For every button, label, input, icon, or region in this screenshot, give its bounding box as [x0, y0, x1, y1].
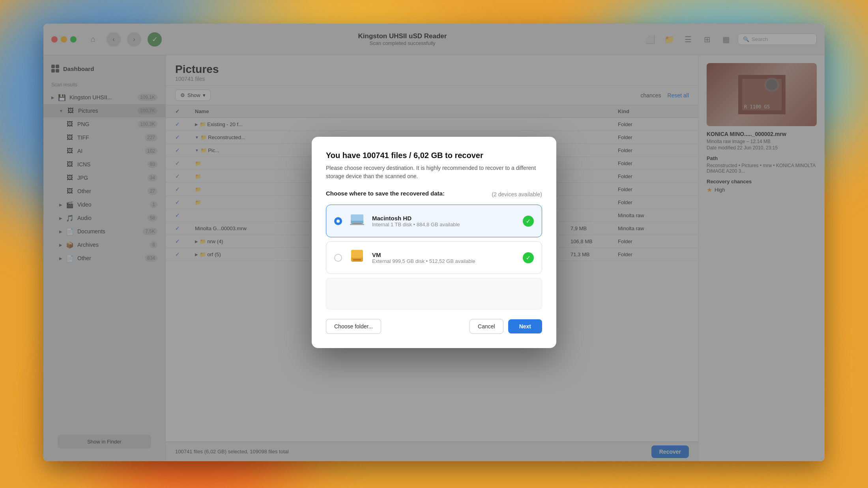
- svg-rect-11: [353, 259, 361, 261]
- modal-footer: Choose folder... Cancel Next: [326, 319, 542, 334]
- svg-rect-6: [351, 214, 363, 221]
- macintosh-hd-name: Macintosh HD: [372, 215, 516, 222]
- choose-label: Choose where to save the recovered data:: [326, 190, 445, 197]
- radio-vm: [334, 254, 342, 262]
- svg-rect-10: [351, 250, 363, 258]
- vm-info: VM External 999,5 GB disk • 512,52 GB av…: [372, 251, 516, 264]
- vm-icon: [348, 248, 366, 267]
- empty-area: [326, 278, 542, 309]
- next-button[interactable]: Next: [508, 319, 542, 333]
- vm-details: External 999,5 GB disk • 512,52 GB avail…: [372, 258, 516, 264]
- modal-overlay: You have 100741 files / 6,02 GB to recov…: [43, 24, 825, 461]
- devices-count: (2 devices available): [492, 191, 542, 197]
- vm-name: VM: [372, 251, 516, 258]
- macintosh-hd-icon: [348, 211, 366, 231]
- modal-title: You have 100741 files / 6,02 GB to recov…: [326, 151, 542, 160]
- modal-choose-row: Choose where to save the recovered data:…: [326, 190, 542, 198]
- device-macintosh-hd[interactable]: Macintosh HD Internal 1 TB disk • 884,8 …: [326, 205, 542, 237]
- cancel-button[interactable]: Cancel: [470, 319, 503, 334]
- vm-check-icon: ✓: [523, 252, 534, 263]
- svg-rect-8: [350, 224, 364, 225]
- macintosh-hd-info: Macintosh HD Internal 1 TB disk • 884,8 …: [372, 215, 516, 227]
- macintosh-check-icon: ✓: [523, 216, 534, 227]
- device-vm[interactable]: VM External 999,5 GB disk • 512,52 GB av…: [326, 241, 542, 274]
- modal-description: Please choose recovery destination. It i…: [326, 164, 542, 181]
- app-window: ⌂ ‹ › ✓ Kingston UHSII uSD Reader Scan c…: [43, 24, 825, 461]
- radio-dot: [337, 220, 340, 223]
- macintosh-hd-details: Internal 1 TB disk • 884,8 GB available: [372, 222, 516, 227]
- choose-folder-button[interactable]: Choose folder...: [326, 319, 381, 334]
- recovery-modal: You have 100741 files / 6,02 GB to recov…: [312, 137, 556, 348]
- radio-macintosh: [334, 217, 342, 225]
